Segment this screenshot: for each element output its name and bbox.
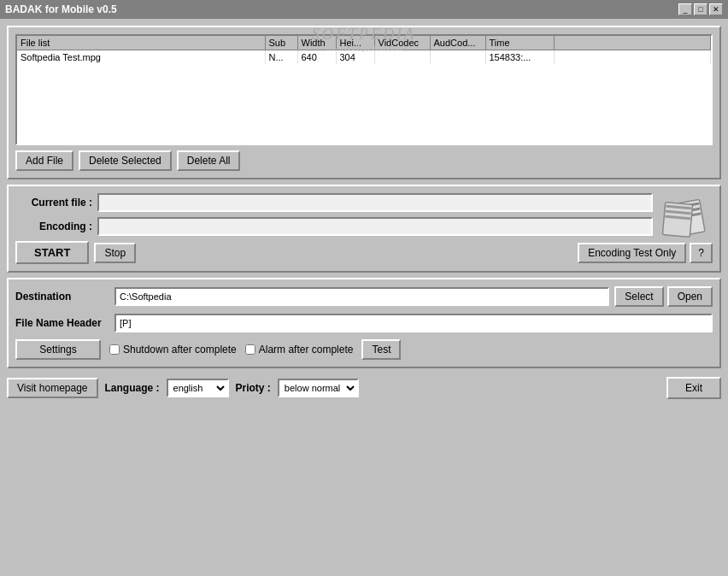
- window-controls: _ □ ✕: [678, 3, 723, 15]
- col-extra: [554, 36, 711, 50]
- destination-label: Destination: [15, 291, 109, 303]
- language-label: Language :: [105, 382, 160, 394]
- main-window: File list Sub Width Hei... VidCodec AudC…: [0, 19, 728, 576]
- settings-row: Settings Shutdown after complete Alarm a…: [15, 339, 713, 360]
- file-name-header-label: File Name Header: [15, 317, 109, 329]
- alarm-label: Alarm after complete: [259, 344, 354, 356]
- bottom-bar: Visit homepage Language : english korean…: [7, 373, 721, 403]
- cell-sub: N...: [265, 50, 297, 65]
- alarm-checkbox[interactable]: [245, 344, 255, 355]
- file-name-header-input[interactable]: [114, 314, 713, 332]
- encoding-input[interactable]: [97, 217, 653, 236]
- test-button[interactable]: Test: [361, 339, 401, 360]
- file-name-header-row: File Name Header: [15, 314, 713, 332]
- cell-extra: [554, 50, 711, 65]
- exit-button[interactable]: Exit: [666, 377, 721, 399]
- start-button[interactable]: START: [15, 241, 89, 264]
- destination-input[interactable]: [114, 287, 609, 306]
- shutdown-label: Shutdown after complete: [123, 344, 237, 356]
- film-icon: [660, 195, 702, 238]
- visit-homepage-button[interactable]: Visit homepage: [7, 378, 98, 398]
- col-time: Time: [485, 36, 554, 50]
- minimize-button[interactable]: _: [678, 3, 692, 15]
- current-file-label: Current file :: [15, 197, 92, 209]
- close-button[interactable]: ✕: [709, 3, 723, 15]
- cell-width: 640: [297, 50, 336, 65]
- cell-vidcodec: [374, 50, 430, 65]
- table-row[interactable]: Softpedia Test.mpg N... 640 304 154833:.…: [17, 50, 711, 65]
- col-audcodec: AudCod...: [430, 36, 485, 50]
- col-height: Hei...: [336, 36, 374, 50]
- settings-button[interactable]: Settings: [15, 339, 101, 360]
- cell-height: 304: [336, 50, 374, 65]
- encoding-panel: Current file : Encoding : START Stop Enc…: [7, 185, 721, 273]
- current-file-row: Current file :: [15, 193, 713, 212]
- priority-label: Prioty :: [236, 382, 271, 394]
- destination-panel: Destination Select Open File Name Header…: [7, 278, 721, 368]
- file-list-table: File list Sub Width Hei... VidCodec AudC…: [17, 36, 711, 64]
- col-filename: File list: [17, 36, 265, 50]
- encoding-right-buttons: Encoding Test Only ?: [578, 243, 713, 263]
- delete-all-button[interactable]: Delete All: [177, 150, 241, 171]
- file-buttons: Add File Delete Selected Delete All: [15, 150, 713, 171]
- cell-filename: Softpedia Test.mpg: [17, 50, 265, 65]
- add-file-button[interactable]: Add File: [15, 150, 73, 171]
- col-width: Width: [297, 36, 336, 50]
- col-sub: Sub: [265, 36, 297, 50]
- alarm-checkbox-label: Alarm after complete: [245, 344, 354, 356]
- window-title: BADAK for Mobile v0.5: [5, 3, 117, 15]
- file-list-table-wrapper: File list Sub Width Hei... VidCodec AudC…: [15, 34, 713, 145]
- encoding-test-button[interactable]: Encoding Test Only: [578, 243, 686, 263]
- file-list-panel: File list Sub Width Hei... VidCodec AudC…: [7, 26, 721, 179]
- stop-button[interactable]: Stop: [94, 243, 136, 263]
- encoding-row: Encoding :: [15, 217, 713, 236]
- destination-btn-group: Select Open: [614, 286, 713, 307]
- language-select[interactable]: english korean japanese: [167, 379, 229, 397]
- priority-select[interactable]: below normal normal above normal: [278, 379, 359, 397]
- col-vidcodec: VidCodec: [374, 36, 430, 50]
- select-button[interactable]: Select: [614, 286, 663, 307]
- delete-selected-button[interactable]: Delete Selected: [79, 150, 172, 171]
- shutdown-checkbox[interactable]: [109, 344, 120, 355]
- title-bar: BADAK for Mobile v0.5 _ □ ✕: [0, 0, 728, 19]
- cell-audcodec: [430, 50, 485, 65]
- open-button[interactable]: Open: [667, 286, 713, 307]
- destination-row: Destination Select Open: [15, 286, 713, 307]
- encoding-buttons-row: START Stop Encoding Test Only ?: [15, 241, 713, 264]
- current-file-input[interactable]: [97, 193, 653, 212]
- maximize-button[interactable]: □: [694, 3, 707, 15]
- cell-time: 154833:...: [485, 50, 554, 65]
- help-button[interactable]: ?: [690, 243, 713, 263]
- shutdown-checkbox-label: Shutdown after complete: [109, 344, 237, 356]
- encoding-label: Encoding :: [15, 220, 92, 232]
